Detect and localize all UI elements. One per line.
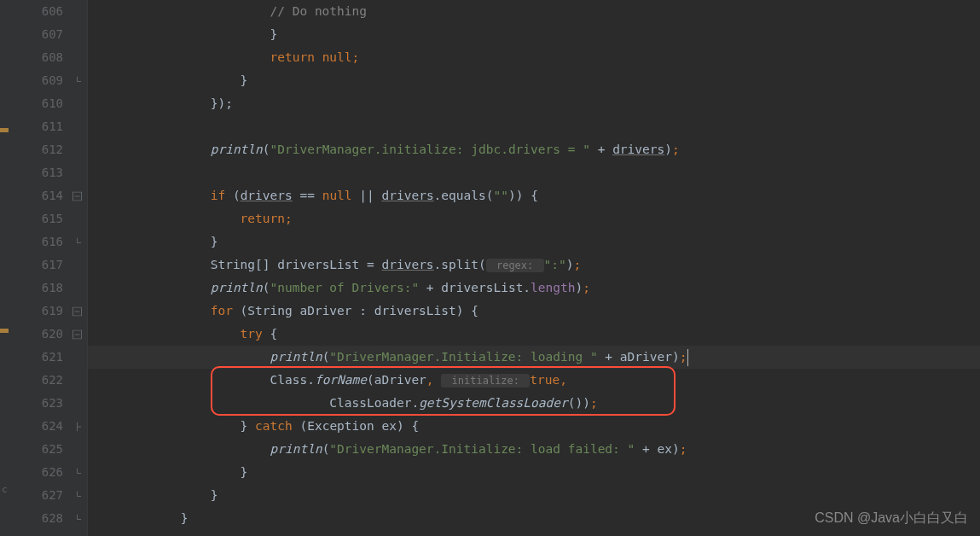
fold-indicator-icon[interactable] (72, 422, 82, 431)
token-keyword: return (241, 212, 285, 225)
panel-indicator: c (2, 484, 8, 495)
token-semi: ; (573, 258, 581, 271)
line-number[interactable]: 615 (17, 207, 87, 230)
line-number[interactable]: 623 (17, 392, 87, 415)
token-semi: ; (583, 281, 590, 294)
line-number[interactable]: 618 (17, 277, 87, 300)
code-line[interactable]: // Do nothing (88, 0, 980, 23)
token-brace: } (270, 27, 278, 41)
token-underline: drivers (382, 189, 434, 202)
line-number[interactable]: 628 (17, 507, 87, 530)
watermark: CSDN @Java小白白又白 (815, 510, 968, 527)
line-number[interactable]: 621 (17, 346, 87, 369)
token-underline: drivers (241, 189, 293, 202)
token-underline: drivers (381, 258, 433, 271)
line-number[interactable]: 606 (17, 0, 87, 23)
token-semi: ; (352, 50, 360, 64)
line-number[interactable]: 622 (17, 369, 87, 392)
text-caret (687, 349, 688, 366)
code-line[interactable]: println("DriverManager.initialize: jdbc.… (88, 138, 980, 161)
token-keyword: catch (255, 419, 299, 433)
fold-indicator-icon[interactable] (72, 491, 82, 500)
token-punct: )) (508, 189, 531, 202)
code-editor[interactable]: c 60660760860961061161261361461561661761… (0, 0, 980, 536)
code-line[interactable]: } (88, 23, 980, 46)
fold-indicator-icon[interactable] (72, 514, 82, 523)
line-number[interactable]: 614 (17, 184, 87, 207)
token-brace: } (241, 73, 248, 87)
token-method-static: println (270, 350, 322, 364)
fold-indicator-icon[interactable] (72, 237, 82, 247)
token-string: "DriverManager.Initialize: load failed: … (329, 442, 635, 456)
line-number[interactable]: 627 (17, 484, 87, 507)
line-number[interactable]: 624 (17, 415, 87, 438)
token-punct: ( (233, 189, 241, 202)
line-number[interactable]: 617 (17, 253, 87, 277)
token-keyword: try (241, 327, 270, 341)
line-number[interactable]: 612 (17, 138, 87, 161)
line-number[interactable]: 613 (17, 161, 87, 184)
line-number[interactable]: 609 (17, 69, 87, 92)
fold-indicator-icon[interactable] (72, 329, 82, 339)
code-line[interactable]: } (88, 484, 980, 507)
code-line[interactable]: println("number of Drivers:" + driversLi… (88, 277, 980, 300)
fold-indicator-icon[interactable] (72, 468, 82, 477)
token-string: ":" (544, 258, 566, 271)
fold-indicator-icon[interactable] (72, 191, 82, 201)
code-line[interactable]: println("DriverManager.Initialize: load … (88, 438, 980, 461)
token-semi: , (426, 373, 441, 387)
code-line[interactable]: for (String aDriver : driversList) { (88, 300, 980, 323)
fold-indicator-icon[interactable] (72, 306, 82, 316)
code-line[interactable]: println("DriverManager.Initialize: loadi… (88, 346, 980, 369)
token-comment: // Do nothing (270, 4, 368, 18)
token-semi: ; (672, 143, 680, 156)
code-line[interactable]: Class.forName(aDriver, initialize: true, (88, 369, 980, 392)
token-string: "DriverManager.Initialize: loading " (329, 350, 597, 364)
token-brace: } (181, 511, 188, 525)
token-method-static: println (211, 281, 263, 294)
token-semi: ; (285, 212, 293, 225)
line-number[interactable]: 616 (17, 230, 87, 253)
code-line[interactable]: } (88, 461, 980, 484)
code-line[interactable] (88, 161, 980, 184)
line-number[interactable]: 610 (17, 92, 87, 115)
token-semi: ; (680, 350, 687, 364)
code-line[interactable]: }); (88, 92, 980, 115)
token-method-static: getSystemClassLoader (419, 396, 568, 410)
token-punct: Class. (270, 373, 315, 387)
code-line[interactable]: try { (88, 323, 980, 346)
line-number[interactable]: 625 (17, 438, 87, 461)
code-area[interactable]: // Do nothing } return null; } }); print… (88, 0, 980, 536)
token-method-static: println (270, 442, 322, 456)
token-keyword: if (211, 189, 233, 202)
token-brace: { (270, 327, 278, 341)
line-number[interactable]: 620 (17, 323, 87, 346)
line-number[interactable]: 608 (17, 46, 87, 69)
fold-indicator-icon[interactable] (72, 76, 82, 85)
token-string: "number of Drivers:" (270, 281, 420, 294)
code-line[interactable] (88, 115, 980, 138)
line-number-gutter[interactable]: 6066076086096106116126136146156166176186… (17, 0, 88, 536)
line-number[interactable]: 626 (17, 461, 87, 484)
token-keyword: true (530, 373, 560, 387)
code-line[interactable]: } (88, 69, 980, 92)
line-number[interactable]: 611 (17, 115, 87, 138)
token-brace: } (211, 235, 218, 248)
token-semi: , (560, 373, 567, 387)
code-line[interactable]: } (88, 230, 980, 253)
code-line[interactable]: return null; (88, 46, 980, 69)
line-number[interactable]: 607 (17, 23, 87, 46)
code-line[interactable]: if (drivers == null || drivers.equals(""… (88, 184, 980, 207)
code-line[interactable]: ClassLoader.getSystemClassLoader()); (88, 392, 980, 415)
token-punct: .split( (434, 258, 486, 271)
token-string: "DriverManager.initialize: jdbc.drivers … (270, 143, 590, 156)
code-line[interactable]: } catch (Exception ex) { (88, 415, 980, 438)
token-keyword: return (270, 50, 322, 64)
token-brace: { (531, 189, 538, 202)
token-punct: + ex) (635, 442, 679, 456)
token-paramhint: initialize: (441, 374, 530, 387)
code-line[interactable]: return; (88, 207, 980, 230)
code-line[interactable]: String[] driversList = drivers.split( re… (88, 253, 980, 277)
token-keyword: for (211, 304, 241, 318)
line-number[interactable]: 619 (17, 300, 87, 323)
